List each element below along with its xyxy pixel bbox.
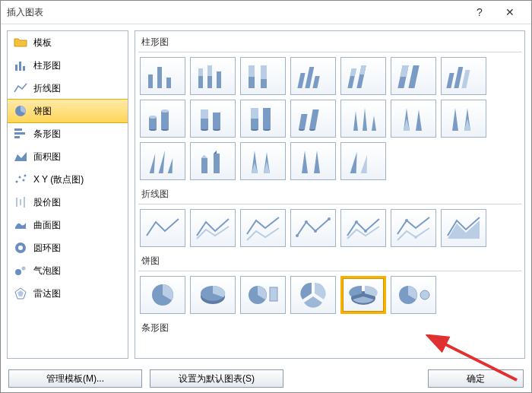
column-thumbs bbox=[138, 57, 521, 186]
group-label-pie: 饼图 bbox=[138, 253, 521, 269]
svg-rect-62 bbox=[299, 114, 308, 129]
svg-point-9 bbox=[23, 179, 25, 182]
bar-chart-icon bbox=[14, 127, 27, 141]
titlebar[interactable]: 插入图表 ? ✕ bbox=[1, 1, 531, 24]
chart-thumb[interactable] bbox=[290, 57, 336, 95]
sidebar-item-surface[interactable]: 曲面图 bbox=[8, 214, 128, 236]
sidebar-item-label: 雷达图 bbox=[33, 287, 61, 300]
chart-thumb[interactable] bbox=[391, 276, 436, 314]
svg-point-47 bbox=[149, 116, 157, 119]
svg-point-93 bbox=[328, 217, 331, 220]
chart-thumb[interactable] bbox=[290, 100, 336, 138]
svg-point-15 bbox=[18, 246, 23, 250]
insert-chart-dialog: 插入图表 ? ✕ 模板 柱形图 折线图 bbox=[0, 0, 532, 393]
divider bbox=[138, 271, 521, 271]
chart-thumb-selected[interactable] bbox=[340, 276, 386, 314]
chart-thumb[interactable] bbox=[290, 142, 336, 180]
chart-thumb[interactable] bbox=[140, 276, 185, 314]
chart-subtype-panel[interactable]: 柱形图 bbox=[135, 30, 525, 359]
sidebar-item-radar[interactable]: 雷达图 bbox=[8, 282, 128, 305]
dialog-title: 插入图表 bbox=[7, 6, 464, 19]
svg-rect-6 bbox=[14, 136, 20, 138]
folder-icon bbox=[14, 36, 27, 49]
svg-rect-5 bbox=[14, 132, 25, 135]
chart-thumb[interactable] bbox=[391, 57, 436, 95]
svg-rect-2 bbox=[23, 66, 25, 71]
svg-point-94 bbox=[355, 220, 358, 223]
svg-point-90 bbox=[296, 234, 299, 237]
svg-rect-27 bbox=[217, 71, 221, 88]
svg-point-8 bbox=[19, 176, 21, 179]
chart-thumb[interactable] bbox=[240, 100, 286, 138]
chart-thumb[interactable] bbox=[290, 209, 336, 247]
chart-thumb[interactable] bbox=[240, 276, 286, 314]
chart-thumb[interactable] bbox=[340, 142, 386, 180]
sidebar-item-stock[interactable]: 股价图 bbox=[8, 191, 128, 214]
sidebar-item-scatter[interactable]: X Y (散点图) bbox=[8, 168, 128, 191]
chart-thumb[interactable] bbox=[190, 276, 236, 314]
chart-thumb[interactable] bbox=[240, 142, 286, 180]
chart-thumb[interactable] bbox=[340, 100, 386, 138]
chart-thumb[interactable] bbox=[340, 57, 386, 95]
ok-button[interactable]: 确定 bbox=[428, 369, 524, 388]
chart-thumb[interactable] bbox=[240, 57, 286, 95]
chart-thumb[interactable] bbox=[140, 57, 185, 95]
sidebar-item-label: 折线图 bbox=[33, 82, 61, 95]
chart-thumb[interactable] bbox=[240, 209, 286, 247]
svg-point-92 bbox=[314, 230, 317, 233]
chart-thumb[interactable] bbox=[441, 100, 486, 138]
chart-category-list[interactable]: 模板 柱形图 折线图 饼图 bbox=[7, 30, 128, 359]
sidebar-item-line[interactable]: 折线图 bbox=[8, 77, 128, 100]
svg-marker-71 bbox=[452, 108, 458, 131]
sidebar-item-bar[interactable]: 条形图 bbox=[8, 122, 128, 145]
chart-thumb[interactable] bbox=[340, 209, 386, 247]
svg-rect-102 bbox=[270, 287, 277, 301]
svg-marker-67 bbox=[372, 116, 376, 131]
set-default-chart-button[interactable]: 设置为默认图表(S) bbox=[150, 369, 283, 388]
sidebar-item-pie[interactable]: 饼图 bbox=[7, 99, 128, 123]
svg-rect-46 bbox=[149, 117, 157, 129]
chart-thumb[interactable] bbox=[140, 100, 185, 138]
manage-templates-button[interactable]: 管理模板(M)... bbox=[8, 369, 142, 388]
svg-rect-0 bbox=[15, 65, 17, 71]
chart-thumb[interactable] bbox=[441, 57, 486, 95]
column-chart-icon bbox=[14, 59, 27, 72]
svg-marker-87 bbox=[314, 151, 320, 173]
svg-rect-1 bbox=[19, 62, 21, 71]
radar-chart-icon bbox=[14, 287, 27, 300]
chart-thumb[interactable] bbox=[391, 209, 436, 247]
chart-thumb[interactable] bbox=[140, 142, 185, 180]
group-label-line: 折线图 bbox=[138, 186, 521, 202]
chart-thumb[interactable] bbox=[190, 100, 236, 138]
svg-rect-64 bbox=[309, 109, 319, 129]
scatter-chart-icon bbox=[14, 173, 27, 186]
sidebar-item-label: 股价图 bbox=[33, 196, 61, 209]
dialog-footer: 管理模板(M)... 设置为默认图表(S) 确定 bbox=[1, 365, 531, 392]
divider bbox=[138, 52, 521, 52]
sidebar-item-area[interactable]: 面积图 bbox=[8, 145, 128, 168]
svg-point-91 bbox=[305, 220, 308, 223]
chart-thumb[interactable] bbox=[441, 209, 486, 247]
close-button[interactable]: ✕ bbox=[495, 2, 525, 23]
svg-marker-86 bbox=[302, 151, 308, 173]
svg-point-16 bbox=[15, 269, 21, 275]
chart-thumb[interactable] bbox=[391, 100, 436, 138]
chart-thumb[interactable] bbox=[190, 142, 236, 180]
svg-rect-36 bbox=[350, 68, 356, 76]
sidebar-item-templates[interactable]: 模板 bbox=[8, 31, 128, 54]
chart-thumb[interactable] bbox=[290, 276, 336, 314]
svg-point-95 bbox=[364, 230, 367, 233]
sidebar-item-bubble[interactable]: 气泡图 bbox=[8, 259, 128, 282]
chart-thumb[interactable] bbox=[190, 57, 236, 95]
sidebar-item-doughnut[interactable]: 圆环图 bbox=[8, 236, 128, 259]
chart-thumb[interactable] bbox=[190, 209, 236, 247]
doughnut-chart-icon bbox=[14, 241, 27, 255]
help-button[interactable]: ? bbox=[464, 2, 495, 23]
divider bbox=[138, 204, 521, 204]
sidebar-item-label: 柱形图 bbox=[33, 59, 61, 72]
svg-marker-78 bbox=[201, 158, 207, 173]
sidebar-item-column[interactable]: 柱形图 bbox=[8, 54, 128, 77]
chart-thumb[interactable] bbox=[140, 209, 185, 247]
svg-rect-26 bbox=[207, 65, 212, 76]
svg-rect-31 bbox=[261, 65, 267, 79]
